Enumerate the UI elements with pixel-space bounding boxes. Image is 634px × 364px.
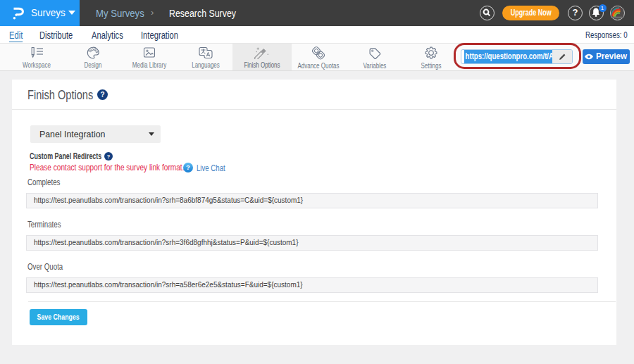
svg-text:?: ? — [100, 91, 104, 99]
svg-text:?: ? — [107, 153, 111, 160]
